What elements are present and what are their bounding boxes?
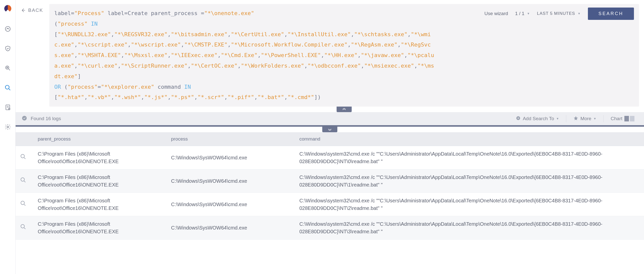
search-button[interactable]: SEARCH (588, 8, 634, 20)
cell-parent-process: C:\Program Files (x86)\Microsoft Office\… (33, 216, 167, 239)
reports-icon[interactable] (5, 104, 11, 111)
chevron-down-icon: ▼ (556, 117, 559, 120)
cell-parent-process: C:\Program Files (x86)\Microsoft Office\… (33, 169, 167, 193)
svg-point-8 (22, 116, 27, 120)
results-table: parent_process process command C:\Progra… (16, 132, 644, 240)
expand-results-handle[interactable] (322, 127, 337, 132)
cell-process: C:\Windows\SysWOW64\cmd.exe (167, 173, 295, 189)
svg-point-4 (5, 85, 9, 89)
svg-point-11 (21, 178, 24, 181)
plus-circle-icon (516, 116, 521, 122)
cell-command: C:\Windows\system32\cmd.exe /c ""C:\User… (295, 216, 644, 239)
cell-process: C:\Windows\SysWOW64\cmd.exe (167, 220, 295, 236)
found-logs-text: Found 16 logs (31, 116, 61, 121)
svg-point-1 (7, 28, 8, 29)
row-inspect-icon[interactable] (20, 225, 26, 231)
more-menu[interactable]: More ▼ (570, 116, 600, 122)
cell-process: C:\Windows\SysWOW64\cmd.exe (167, 150, 295, 165)
chart-label: Chart (611, 116, 622, 121)
time-range-text: LAST 5 MINUTES (537, 10, 575, 18)
svg-point-0 (5, 26, 10, 31)
add-search-to-label: Add Search To (523, 116, 554, 121)
more-label: More (580, 116, 591, 121)
cell-command: C:\Windows\system32\cmd.exe /c ""C:\User… (295, 193, 644, 216)
row-inspect-icon[interactable] (20, 202, 26, 207)
app-logo-icon (4, 5, 12, 13)
svg-point-3 (7, 67, 8, 68)
search-icon[interactable] (5, 84, 11, 91)
investigate-icon[interactable] (5, 65, 11, 71)
cell-parent-process: C:\Program Files (x86)\Microsoft Office\… (33, 193, 167, 216)
cell-command: C:\Windows\system32\cmd.exe /c ""C:\User… (295, 146, 644, 169)
chevron-down-icon: ▼ (527, 11, 530, 17)
chevron-down-icon: ▼ (593, 117, 596, 120)
results-bar: Found 16 logs Add Search To ▼ More ▼ Cha… (16, 112, 644, 125)
main-content: BACK Use wizard 1 / 1 ▼ LAST 5 MINUTES ▼ (16, 0, 644, 274)
table-header: parent_process process command (16, 132, 644, 146)
add-search-to-menu[interactable]: Add Search To ▼ (512, 116, 562, 122)
chart-toggle[interactable]: Chart (607, 116, 638, 121)
use-wizard-link[interactable]: Use wizard (485, 9, 508, 18)
table-body: C:\Program Files (x86)\Microsoft Office\… (16, 146, 644, 240)
star-icon (573, 116, 578, 122)
col-parent-process[interactable]: parent_process (33, 132, 167, 146)
view-list-icon[interactable] (624, 116, 629, 121)
cell-parent-process: C:\Program Files (x86)\Microsoft Office\… (33, 146, 167, 169)
settings-icon[interactable] (5, 124, 11, 130)
shield-icon[interactable] (5, 45, 11, 52)
table-row[interactable]: C:\Program Files (x86)\Microsoft Office\… (16, 193, 644, 216)
col-command[interactable]: command (295, 132, 644, 146)
pager-text: 1 / 1 (515, 9, 525, 18)
view-toggle (624, 116, 634, 121)
dashboard-icon[interactable] (5, 26, 11, 32)
svg-point-12 (21, 201, 24, 205)
query-topbar: BACK Use wizard 1 / 1 ▼ LAST 5 MINUTES ▼ (16, 0, 644, 112)
view-grid-icon[interactable] (630, 116, 634, 121)
chevron-down-icon: ▼ (578, 11, 581, 17)
query-text: label="Process" label=Create parent_proc… (54, 8, 437, 103)
collapse-query-handle[interactable] (337, 107, 352, 112)
query-editor[interactable]: Use wizard 1 / 1 ▼ LAST 5 MINUTES ▼ SEAR… (49, 4, 639, 107)
col-process[interactable]: process (167, 132, 295, 146)
pager[interactable]: 1 / 1 ▼ (515, 9, 530, 18)
svg-point-2 (6, 66, 9, 69)
svg-point-10 (21, 154, 24, 158)
check-circle-icon (22, 115, 27, 122)
cell-command: C:\Windows\system32\cmd.exe /c ""C:\User… (295, 169, 644, 193)
row-inspect-icon[interactable] (20, 178, 26, 184)
table-row[interactable]: C:\Program Files (x86)\Microsoft Office\… (16, 216, 644, 240)
sidebar (0, 0, 16, 274)
time-range-selector[interactable]: LAST 5 MINUTES ▼ (537, 10, 581, 18)
svg-point-13 (21, 224, 24, 228)
table-row[interactable]: C:\Program Files (x86)\Microsoft Office\… (16, 146, 644, 169)
table-row[interactable]: C:\Program Files (x86)\Microsoft Office\… (16, 169, 644, 193)
back-button[interactable]: BACK (21, 4, 43, 13)
svg-point-7 (7, 126, 9, 128)
row-inspect-icon[interactable] (20, 155, 26, 161)
cell-process: C:\Windows\SysWOW64\cmd.exe (167, 197, 295, 212)
back-label: BACK (28, 8, 43, 13)
